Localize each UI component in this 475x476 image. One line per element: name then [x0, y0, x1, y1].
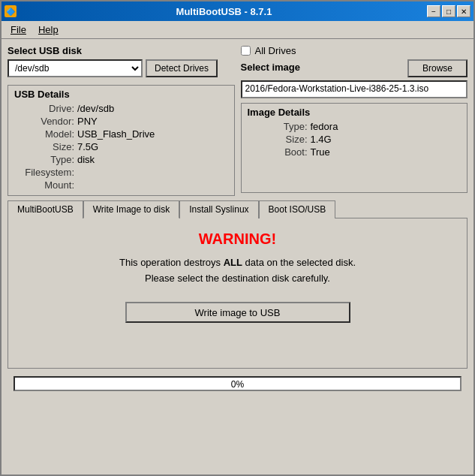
menu-bar: File Help — [2, 21, 473, 39]
type-value: disk — [77, 154, 95, 165]
filesystem-label: Filesystem: — [14, 167, 74, 178]
window-title: MultiBootUSB - 8.7.1 — [21, 6, 427, 17]
write-image-button[interactable]: Write image to USB — [125, 302, 350, 323]
progress-bar-container: 0% — [14, 376, 461, 391]
drive-label: Drive: — [14, 103, 74, 114]
vendor-value: PNY — [77, 116, 98, 127]
size-label: Size: — [14, 141, 74, 152]
warning-all-text: ALL — [224, 257, 242, 268]
type-label: Type: — [14, 154, 74, 165]
disk-row: /dev/sdb Detect Drives — [8, 59, 235, 77]
tabs-section: MultiBootUSB Write Image to disk Install… — [8, 200, 467, 369]
progress-label: 0% — [15, 378, 460, 391]
img-boot-label: Boot: — [248, 146, 308, 158]
size-value: 7.5G — [77, 141, 98, 152]
img-size-label: Size: — [248, 134, 308, 145]
progress-section: 0% — [8, 373, 467, 396]
main-content: Select USB disk /dev/sdb Detect Drives U… — [2, 39, 473, 474]
size-row: Size: 7.5G — [14, 141, 228, 152]
vendor-row: Vendor: PNY — [14, 116, 228, 127]
type-row: Type: disk — [14, 154, 228, 165]
right-panel: All Drives Select image Browse 2016/Fedo… — [241, 45, 468, 193]
img-boot-value: True — [311, 146, 330, 158]
title-bar-controls: − □ ✕ — [427, 5, 470, 17]
close-button[interactable]: ✕ — [457, 5, 470, 17]
warning-line1: This operation destroys ALL data on the … — [20, 257, 455, 268]
all-drives-checkbox[interactable] — [241, 46, 251, 56]
all-drives-label: All Drives — [255, 45, 296, 56]
drive-row: Drive: /dev/sdb — [14, 103, 228, 114]
model-row: Model: USB_Flash_Drive — [14, 128, 228, 140]
title-bar: 🔷 MultiBootUSB - 8.7.1 − □ ✕ — [2, 2, 473, 21]
mount-row: Mount: — [14, 179, 228, 191]
menu-file[interactable]: File — [5, 23, 32, 37]
menu-help[interactable]: Help — [32, 23, 65, 37]
img-boot-row: Boot: True — [248, 146, 461, 158]
model-value: USB_Flash_Drive — [77, 128, 155, 140]
main-window: 🔷 MultiBootUSB - 8.7.1 − □ ✕ File Help S… — [0, 0, 475, 476]
drive-value: /dev/sdb — [77, 103, 114, 114]
tab-write-image[interactable]: Write Image to disk — [83, 200, 179, 218]
vendor-label: Vendor: — [14, 116, 74, 127]
tab-install-syslinux[interactable]: Install Syslinux — [179, 200, 258, 218]
warning-pre-text: This operation destroys — [119, 257, 224, 268]
tab-multibootusb[interactable]: MultiBootUSB — [8, 200, 83, 218]
filesystem-row: Filesystem: — [14, 167, 228, 178]
usb-details-box: USB Details Drive: /dev/sdb Vendor: PNY … — [8, 85, 235, 196]
app-icon: 🔷 — [5, 5, 17, 17]
tab-bar: MultiBootUSB Write Image to disk Install… — [8, 200, 467, 218]
tab-content-write-image: WARNING! This operation destroys ALL dat… — [8, 218, 467, 369]
detect-drives-button[interactable]: Detect Drives — [146, 59, 218, 77]
image-details-header: Image Details — [248, 107, 461, 118]
warning-title: WARNING! — [20, 230, 455, 248]
top-section: Select USB disk /dev/sdb Detect Drives U… — [8, 45, 467, 196]
img-size-row: Size: 1.4G — [248, 134, 461, 145]
browse-button[interactable]: Browse — [407, 59, 467, 77]
usb-details-header: USB Details — [14, 89, 228, 100]
maximize-button[interactable]: □ — [442, 5, 455, 17]
warning-post-text: data on the selected disk. — [242, 257, 356, 268]
img-size-value: 1.4G — [311, 134, 332, 145]
img-type-label: Type: — [248, 121, 308, 132]
warning-line2: Please select the destination disk caref… — [20, 273, 455, 284]
select-image-header: Select image — [241, 62, 301, 73]
usb-drive-select[interactable]: /dev/sdb — [8, 59, 143, 77]
left-panel: Select USB disk /dev/sdb Detect Drives U… — [8, 45, 235, 196]
minimize-button[interactable]: − — [427, 5, 440, 17]
image-details-box: Image Details Type: fedora Size: 1.4G Bo… — [241, 103, 468, 193]
mount-label: Mount: — [14, 179, 74, 191]
img-type-row: Type: fedora — [248, 121, 461, 132]
img-type-value: fedora — [311, 121, 338, 132]
image-path-field: 2016/Fedora-Workstation-Live-i386-25-1.3… — [241, 80, 468, 98]
usb-disk-header: Select USB disk — [8, 45, 235, 56]
tab-boot-iso-usb[interactable]: Boot ISO/USB — [259, 200, 336, 218]
model-label: Model: — [14, 128, 74, 140]
